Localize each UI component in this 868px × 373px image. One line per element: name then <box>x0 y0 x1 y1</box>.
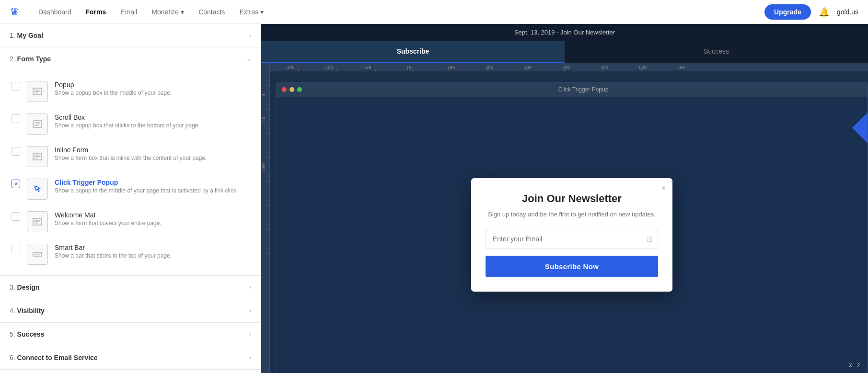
accordion-design: 3. Design › <box>0 276 261 299</box>
accordion-my-goal: 1. My Goal › <box>0 24 261 47</box>
chevron-right-icon: › <box>249 354 251 361</box>
nav-link-forms[interactable]: Forms <box>86 8 106 16</box>
svg-text:400: 400 <box>562 65 570 70</box>
chevron-down-icon: ▾ <box>181 8 184 16</box>
scroll-box-icon <box>27 113 48 135</box>
form-type-title: Welcome Mat <box>55 211 162 219</box>
nav-link-monetize[interactable]: Monetize ▾ <box>151 8 184 16</box>
accordion-header-my-goal[interactable]: 1. My Goal › <box>0 24 261 47</box>
svg-line-13 <box>35 186 35 187</box>
svg-text:100: 100 <box>261 163 266 171</box>
svg-text:-300: -300 <box>284 65 295 70</box>
svg-text:-200: -200 <box>323 65 333 70</box>
list-item[interactable]: Welcome Mat Show a form that covers your… <box>10 205 251 238</box>
svg-text:0: 0 <box>261 94 266 96</box>
welcome-mat-checkbox[interactable] <box>12 212 20 221</box>
popup-close-button[interactable]: × <box>661 184 666 192</box>
nav-link-contacts[interactable]: Contacts <box>198 8 225 16</box>
form-type-desc: Show a bar that sticks to the top of you… <box>55 252 172 259</box>
nav-link-dashboard[interactable]: Dashboard <box>38 8 71 16</box>
bell-icon[interactable]: 🔔 <box>819 7 829 17</box>
browser-close-dot <box>282 87 287 92</box>
inline-form-checkbox[interactable] <box>12 147 20 156</box>
tab-success[interactable]: Success <box>565 41 868 63</box>
chevron-right-icon: › <box>249 331 251 338</box>
subscribe-button[interactable]: Subscribe Now <box>486 256 658 277</box>
svg-text:300: 300 <box>524 65 532 70</box>
form-type-content: Popup Show a popup box in the middle of … <box>0 70 261 275</box>
form-type-list: Popup Show a popup box in the middle of … <box>10 75 251 271</box>
chevron-down-icon: ⌄ <box>246 56 251 62</box>
popup-modal: × Join Our Newsletter Sign up today and … <box>471 178 672 292</box>
nav-link-email[interactable]: Email <box>120 8 137 16</box>
form-type-title: Inline Form <box>55 146 207 154</box>
svg-text:100: 100 <box>447 65 455 70</box>
popup-checkbox[interactable] <box>12 82 20 90</box>
list-item[interactable]: Click Trigger Popup Show a popup in the … <box>10 173 251 205</box>
form-type-title: Scroll Box <box>55 113 200 121</box>
list-item[interactable]: Scroll Box Show a popup box that sticks … <box>10 108 251 140</box>
form-type-desc: Show a form box that is inline with the … <box>55 155 207 161</box>
preview-tabs: Subscribe Success <box>261 41 868 63</box>
form-type-desc: Show a popup box that sticks to the bott… <box>55 122 200 129</box>
click-trigger-checkbox[interactable] <box>12 180 20 188</box>
svg-text:|0: |0 <box>406 65 412 70</box>
email-icon: ⊡ <box>646 234 652 243</box>
preview-top-bar: Sept. 13, 2019 - Join Our Newsletter <box>261 24 868 41</box>
browser-bar: Click Trigger Popup <box>276 82 868 97</box>
preview-panel: Sept. 13, 2019 - Join Our Newsletter Sub… <box>261 24 868 373</box>
nav-links: Dashboard Forms Email Monetize ▾ Contact… <box>38 8 764 16</box>
corner-accent <box>839 111 868 149</box>
svg-line-14 <box>35 188 35 189</box>
chevron-right-icon: › <box>249 32 251 39</box>
accordion-form-type: 2. Form Type ⌄ <box>0 47 261 276</box>
main-layout: 1. My Goal › 2. Form Type ⌄ <box>0 24 868 373</box>
chevron-down-icon: ▾ <box>260 8 264 16</box>
form-type-desc: Show a popup in the middle of your page … <box>55 187 238 194</box>
form-type-title: Click Trigger Popup <box>55 179 238 186</box>
tab-subscribe[interactable]: Subscribe <box>261 41 565 63</box>
accordion-header-visibility[interactable]: 4. Visibility › <box>0 299 261 322</box>
svg-text:-100: -100 <box>361 65 371 70</box>
svg-text:500: 500 <box>601 65 608 70</box>
svg-text:700: 700 <box>677 65 685 70</box>
accordion-visibility: 4. Visibility › <box>0 299 261 323</box>
form-type-desc: Show a popup box in the middle of your p… <box>55 90 172 96</box>
accordion-header-form-type[interactable]: 2. Form Type ⌄ <box>0 47 261 70</box>
list-item[interactable]: Inline Form Show a form box that is inli… <box>10 140 251 173</box>
upgrade-button[interactable]: Upgrade <box>764 4 811 20</box>
popup-subtitle: Sign up today and be the first to get no… <box>486 210 658 219</box>
nav-right: Upgrade 🔔 gold.us <box>764 4 858 20</box>
click-trigger-icon <box>27 179 48 200</box>
inline-form-icon <box>27 146 48 167</box>
scroll-box-checkbox[interactable] <box>12 114 20 123</box>
chevron-right-icon: › <box>249 284 251 291</box>
popup-icon <box>27 81 48 102</box>
svg-text:600: 600 <box>639 65 647 70</box>
list-item[interactable]: Popup Show a popup box in the middle of … <box>10 75 251 108</box>
form-type-title: Smart Bar <box>55 244 172 251</box>
chevron-right-icon: › <box>249 307 251 314</box>
form-type-desc: Show a form that covers your entire page… <box>55 220 162 226</box>
accordion-success: 5. Success › <box>0 323 261 346</box>
smart-bar-icon <box>27 244 48 265</box>
svg-text:50: 50 <box>261 117 266 122</box>
logo-icon[interactable]: ♛ <box>10 6 19 18</box>
list-item[interactable]: Smart Bar Show a bar that sticks to the … <box>10 238 251 271</box>
accordion-header-design[interactable]: 3. Design › <box>0 276 261 299</box>
browser-expand-dot <box>297 87 302 92</box>
accordion-header-success[interactable]: 5. Success › <box>0 323 261 346</box>
browser-mock: Click Trigger Popup × Join Our Newslette… <box>276 82 868 373</box>
accordion-email-service: 6. Connect to Email Service › <box>0 346 261 370</box>
smart-bar-checkbox[interactable] <box>12 245 20 253</box>
user-label: gold.us <box>837 8 858 16</box>
email-input[interactable] <box>486 229 658 249</box>
email-input-wrapper: ⊡ <box>486 229 658 249</box>
status-bar: X: -2 <box>849 362 860 368</box>
sidebar: 1. My Goal › 2. Form Type ⌄ <box>0 24 261 373</box>
browser-canvas: × Join Our Newsletter Sign up today and … <box>276 97 868 373</box>
accordion-header-email-service[interactable]: 6. Connect to Email Service › <box>0 346 261 369</box>
nav-link-extras[interactable]: Extras ▾ <box>239 8 264 16</box>
form-type-title: Popup <box>55 81 172 89</box>
preview-canvas: -300 -200 -100 |0 100 200 300 400 500 60… <box>261 63 868 373</box>
